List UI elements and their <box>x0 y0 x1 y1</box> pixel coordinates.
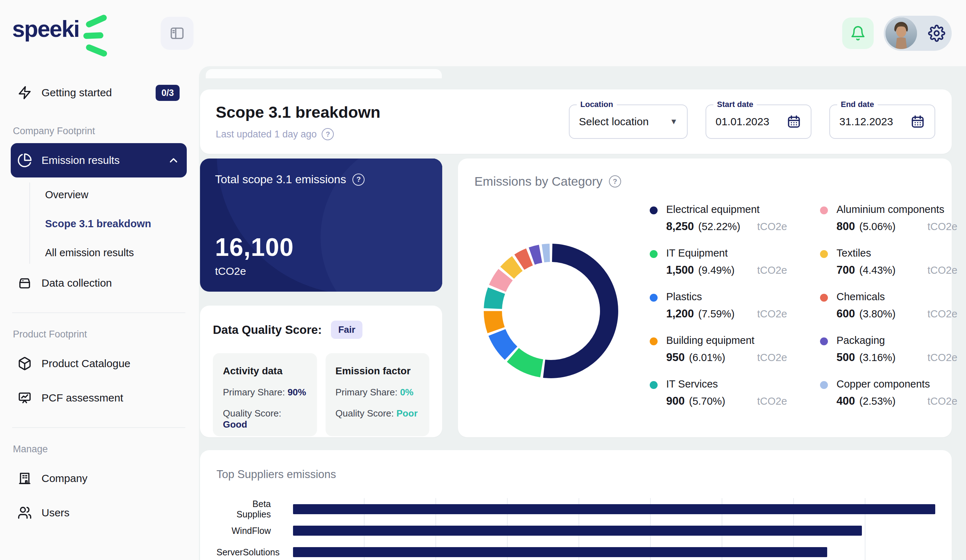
legend-unit: tCO2e <box>757 308 803 320</box>
legend-percent: (2.53%) <box>859 396 896 407</box>
last-updated: Last updated 1 day ago ? <box>216 128 380 140</box>
primary-share-value: 90% <box>288 387 306 397</box>
calendar-icon[interactable] <box>786 114 802 129</box>
sidebar-subitem-scope-breakdown[interactable]: Scope 3.1 breakdown <box>45 218 187 230</box>
legend-item: IT Services900(5.70%)tCO2e <box>650 378 803 422</box>
legend-unit: tCO2e <box>927 396 966 407</box>
start-date-input[interactable]: Start date 01.01.2023 <box>706 105 812 139</box>
section-label-manage: Manage <box>13 444 187 455</box>
end-date-input[interactable]: End date 31.12.2023 <box>829 105 935 139</box>
logo-text: speeki <box>12 11 79 47</box>
question-circle-icon[interactable]: ? <box>322 128 334 140</box>
legend-percent: (3.80%) <box>859 308 896 320</box>
avatar[interactable] <box>886 18 917 49</box>
supplier-bar[interactable] <box>293 504 935 514</box>
legend-label: IT Equipment <box>666 247 803 259</box>
legend-text: IT Equipment1,500(9.49%)tCO2e <box>666 247 803 291</box>
activity-data-panel: Activity data Primary Share: 90% Quality… <box>213 353 317 436</box>
legend-dot-icon <box>650 381 657 389</box>
end-date-value: 31.12.2023 <box>840 116 893 128</box>
legend-value-line: 600(3.80%)tCO2e <box>836 307 966 320</box>
sidebar-item-product-catalogue[interactable]: Product Catalogue <box>11 347 187 381</box>
donut-slice[interactable] <box>543 244 618 378</box>
legend-text: Electrical equipment8,250(52.22%)tCO2e <box>666 204 803 247</box>
sidebar-item-company[interactable]: Company <box>11 461 187 496</box>
donut-slice[interactable] <box>507 348 543 377</box>
legend-label: Packaging <box>836 335 966 347</box>
sidebar-toggle-button[interactable] <box>161 17 194 50</box>
speeki-logo[interactable]: speeki <box>12 11 118 56</box>
sidebar-subitem-overview[interactable]: Overview <box>45 189 187 201</box>
legend-value-line: 950(6.01%)tCO2e <box>666 351 803 364</box>
legend-text: Building equipment950(6.01%)tCO2e <box>666 335 803 378</box>
supplier-bar-row: WindFlow <box>217 524 935 537</box>
pie-chart-icon <box>17 153 32 168</box>
legend-text: Copper components400(2.53%)tCO2e <box>836 378 966 422</box>
question-circle-icon[interactable]: ? <box>609 175 621 187</box>
category-donut-chart[interactable] <box>478 238 624 384</box>
factor-primary-share: Primary Share: 0% <box>335 387 420 398</box>
legend-dot-icon <box>820 337 828 345</box>
getting-started-progress-badge: 0/3 <box>156 85 180 101</box>
legend-item: Textiles700(4.43%)tCO2e <box>820 247 966 291</box>
sidebar-item-users[interactable]: Users <box>11 496 187 530</box>
legend-value-line: 1,200(7.59%)tCO2e <box>666 307 803 320</box>
total-emissions-title-row: Total scope 3.1 emissions ? <box>215 173 427 186</box>
filters: Location Select location ▼ Start date 01… <box>569 105 935 139</box>
legend-item: Electrical equipment8,250(52.22%)tCO2e <box>650 204 803 247</box>
sidebar-item-label: Data collection <box>41 277 112 289</box>
quality-score-value: Good <box>223 419 247 430</box>
donut-slice[interactable] <box>484 311 505 333</box>
last-updated-text: Last updated 1 day ago <box>216 129 317 140</box>
legend-unit: tCO2e <box>927 264 966 276</box>
data-quality-card: Data Quality Score: Fair Activity data P… <box>200 305 442 437</box>
donut-slice[interactable] <box>484 287 505 309</box>
data-quality-panels: Activity data Primary Share: 90% Quality… <box>213 353 429 436</box>
legend-label: Chemicals <box>836 291 966 303</box>
donut-slice[interactable] <box>542 244 550 262</box>
legend-unit: tCO2e <box>927 221 966 233</box>
question-circle-icon[interactable]: ? <box>352 174 365 186</box>
legend-dot-icon <box>820 250 828 258</box>
supplier-bar[interactable] <box>293 526 862 536</box>
supplier-bar-row: Beta Supplies <box>217 503 935 516</box>
primary-share-value: 0% <box>400 387 414 397</box>
location-select[interactable]: Location Select location ▼ <box>569 105 688 139</box>
legend-label: Building equipment <box>666 335 803 347</box>
gear-icon[interactable] <box>928 25 945 42</box>
legend-unit: tCO2e <box>757 396 803 407</box>
quality-score-label: Quality Score: <box>223 408 281 419</box>
end-date-label: End date <box>837 100 877 109</box>
activity-quality-score: Quality Score: Good <box>223 408 307 430</box>
emissions-by-category-card: Emissions by Category ? Electrical equip… <box>458 159 952 437</box>
legend-item: Plastics1,200(7.59%)tCO2e <box>650 291 803 335</box>
notifications-button[interactable] <box>842 18 874 49</box>
total-emissions-unit: tCO2e <box>215 265 427 277</box>
sidebar-subitem-all-results[interactable]: All emission results <box>45 247 187 259</box>
sidebar-item-getting-started[interactable]: Getting started 0/3 <box>11 76 187 110</box>
sidebar-item-pcf-assessment[interactable]: PCF assessment <box>11 381 187 415</box>
legend-text: Aluminium components800(5.06%)tCO2e <box>836 204 966 247</box>
sidebar-item-data-collection[interactable]: Data collection <box>11 266 187 300</box>
sidebar-item-label: Company <box>41 472 87 484</box>
calendar-icon[interactable] <box>910 114 925 129</box>
sidebar-item-emission-results[interactable]: Emission results <box>11 143 187 177</box>
emission-factor-title: Emission factor <box>335 365 420 377</box>
user-menu[interactable] <box>884 16 952 51</box>
legend-percent: (4.43%) <box>859 264 896 276</box>
section-label-company-footprint: Company Footprint <box>13 126 187 137</box>
sidebar-divider <box>12 427 185 428</box>
top-suppliers-bar-chart[interactable]: Beta SuppliesWindFlowServerSolutions <box>217 503 935 559</box>
legend-value-line: 500(3.16%)tCO2e <box>836 351 966 364</box>
legend-item: Packaging500(3.16%)tCO2e <box>820 335 966 378</box>
legend-value: 1,200 <box>666 307 694 320</box>
legend-dot-icon <box>820 381 828 389</box>
sidebar-panel-icon <box>169 25 185 41</box>
legend-percent: (7.59%) <box>698 308 735 320</box>
legend-dot-icon <box>650 294 657 302</box>
legend-value: 500 <box>836 351 855 364</box>
topbar-right-cluster <box>842 16 952 51</box>
top-suppliers-card: Top Suppliers emissions Beta SuppliesWin… <box>200 450 952 560</box>
activity-data-title: Activity data <box>223 365 307 377</box>
supplier-bar[interactable] <box>293 547 827 557</box>
